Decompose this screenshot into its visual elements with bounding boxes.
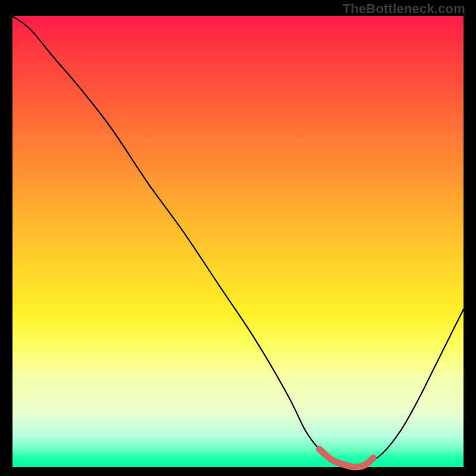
curve-layer (12, 16, 464, 467)
plot-area (12, 16, 464, 467)
bottleneck-curve (12, 16, 464, 467)
watermark-text: TheBottleneck.com (343, 1, 465, 17)
chart-container: TheBottleneck.com (0, 0, 476, 476)
optimal-zone-marker (319, 449, 373, 467)
